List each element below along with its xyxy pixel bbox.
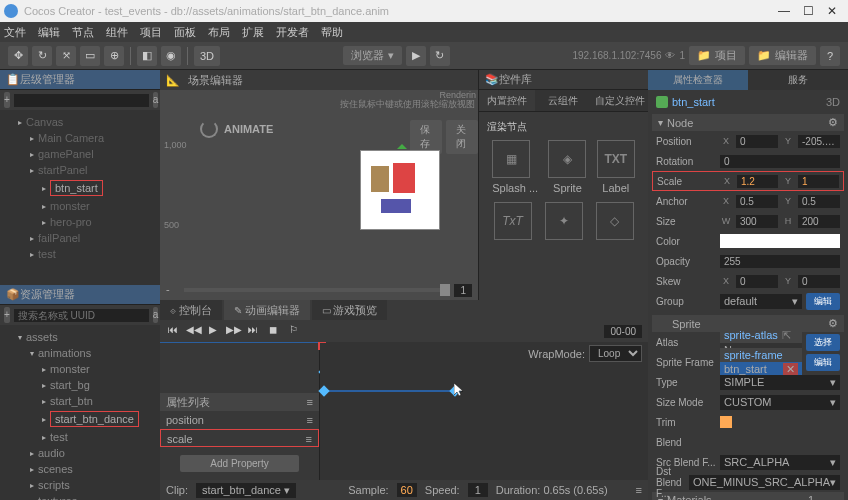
2d-button[interactable]: 3D [194, 46, 220, 66]
speed-input[interactable]: 1 [468, 483, 488, 497]
node-active-checkbox[interactable] [656, 96, 668, 108]
tl-play-button[interactable]: ▶ [206, 324, 220, 338]
editor-button[interactable]: 📁 编辑器 [749, 46, 816, 65]
asset-item[interactable]: ▸ test [0, 429, 160, 445]
add-property-button[interactable]: Add Property [180, 455, 299, 472]
scale-y-input[interactable]: 1 [798, 175, 839, 188]
menu-layout[interactable]: 布局 [208, 25, 230, 40]
tiledmap-component[interactable]: ◇ [596, 202, 634, 244]
prop-scale[interactable]: scale≡ [160, 429, 319, 447]
project-button[interactable]: 📁 项目 [689, 46, 745, 65]
sprite-component[interactable]: ◈Sprite [548, 140, 586, 194]
menu-developer[interactable]: 开发者 [276, 25, 309, 40]
position-y-input[interactable]: -205.948 [798, 135, 840, 148]
gear-icon[interactable]: ⚙ [828, 317, 838, 330]
tl-prev-button[interactable]: ◀◀ [186, 324, 200, 338]
asset-item[interactable]: ▸ audio [0, 445, 160, 461]
sample-input[interactable]: 60 [397, 483, 417, 497]
particle-component[interactable]: ✦ [545, 202, 583, 244]
tl-next-button[interactable]: ▶▶ [226, 324, 240, 338]
asset-item[interactable]: ▸ start_btn [0, 393, 160, 409]
asset-item[interactable]: ▸ scenes [0, 461, 160, 477]
hierarchy-item[interactable]: ▸ btn_start [0, 178, 160, 198]
asset-item[interactable]: ▾ assets [0, 329, 160, 345]
menu-edit[interactable]: 编辑 [38, 25, 60, 40]
move-tool-button[interactable]: ✥ [8, 46, 28, 66]
custom-tab[interactable]: 自定义控件 [592, 90, 648, 111]
asset-item[interactable]: ▸ scripts [0, 477, 160, 493]
label-component[interactable]: TXTLabel [597, 140, 635, 194]
hierarchy-item[interactable]: ▸ failPanel [0, 230, 160, 246]
rotate-tool-button[interactable]: ↻ [32, 46, 52, 66]
menu-project[interactable]: 项目 [140, 25, 162, 40]
gear-icon[interactable]: ⚙ [828, 116, 838, 129]
materials-section[interactable]: ▾ Materials1 [652, 492, 844, 500]
hierarchy-item[interactable]: ▸ startPanel [0, 162, 160, 178]
minimize-button[interactable]: — [772, 4, 796, 18]
position-x-input[interactable]: 0 [736, 135, 778, 148]
opacity-input[interactable]: 255 [720, 255, 840, 268]
hierarchy-filter-button[interactable]: a [153, 92, 159, 108]
scale-tool-button[interactable]: ⤧ [56, 46, 76, 66]
scale-track[interactable] [320, 381, 648, 401]
prop-position[interactable]: position≡ [160, 411, 319, 429]
close-anim-button[interactable]: 关闭 [446, 120, 478, 154]
zoom-slider[interactable] [184, 288, 450, 292]
preview-target-dropdown[interactable]: 浏览器 ▾ [343, 46, 402, 65]
hierarchy-add-button[interactable]: + [4, 92, 10, 108]
assets-add-button[interactable]: + [4, 307, 10, 323]
maximize-button[interactable]: ☐ [796, 4, 820, 18]
group-select[interactable]: default▾ [720, 294, 802, 309]
trim-checkbox[interactable] [720, 416, 732, 428]
services-tab[interactable]: 服务 [748, 70, 848, 90]
menu-panel[interactable]: 面板 [174, 25, 196, 40]
menu-file[interactable]: 文件 [4, 25, 26, 40]
skew-y-input[interactable]: 0 [798, 275, 840, 288]
anchor-y-input[interactable]: 0.5 [798, 195, 840, 208]
hierarchy-item[interactable]: ▸ hero-pro [0, 214, 160, 230]
width-input[interactable]: 300 [736, 215, 778, 228]
close-button[interactable]: ✕ [820, 4, 844, 18]
atlas-select-button[interactable]: 选择 [806, 334, 840, 351]
inspector-tab[interactable]: 属性检查器 [648, 70, 748, 90]
animation-editor-tab[interactable]: ✎ 动画编辑器 [224, 300, 310, 320]
rect-tool-button[interactable]: ▭ [80, 46, 100, 66]
group-edit-button[interactable]: 编辑 [806, 293, 840, 310]
save-anim-button[interactable]: 保存 [410, 120, 442, 154]
wrapmode-select[interactable]: Loop [589, 345, 642, 362]
richtext-component[interactable]: TxT [494, 202, 532, 244]
builtin-tab[interactable]: 内置控件 [479, 90, 535, 111]
hierarchy-item[interactable]: ▸ test [0, 246, 160, 262]
tl-event-button[interactable]: ⚐ [286, 324, 300, 338]
game-preview-tab[interactable]: ▭ 游戏预览 [312, 300, 388, 320]
node-section[interactable]: ▾ Node⚙ [652, 114, 844, 131]
anchor-x-input[interactable]: 0.5 [736, 195, 778, 208]
rotation-input[interactable]: 0 [720, 155, 840, 168]
sprite-preview[interactable] [360, 150, 440, 230]
height-input[interactable]: 200 [798, 215, 840, 228]
scale-x-input[interactable]: 1.2 [737, 175, 778, 188]
hierarchy-search-input[interactable] [14, 94, 149, 107]
cloud-tab[interactable]: 云组件 [535, 90, 591, 111]
3d-toggle[interactable]: 3D [826, 96, 840, 108]
help-button[interactable]: ? [820, 46, 840, 66]
menu-icon[interactable]: ≡ [307, 393, 313, 411]
asset-item[interactable]: ▸ monster [0, 361, 160, 377]
hierarchy-item[interactable]: ▸ gamePanel [0, 146, 160, 162]
zoom-out-button[interactable]: - [166, 283, 180, 297]
keyframe[interactable] [318, 385, 329, 396]
assets-filter-button[interactable]: a [153, 307, 159, 323]
asset-item[interactable]: ▸ start_btn_dance [0, 409, 160, 429]
menu-node[interactable]: 节点 [72, 25, 94, 40]
tl-stop-button[interactable]: ◼ [266, 324, 280, 338]
menu-help[interactable]: 帮助 [321, 25, 343, 40]
menu-component[interactable]: 组件 [106, 25, 128, 40]
dstblend-select[interactable]: ONE_MINUS_SRC_ALPHA▾ [689, 475, 840, 490]
anchor-tool-button[interactable]: ⊕ [104, 46, 124, 66]
hierarchy-item[interactable]: ▸ Canvas [0, 114, 160, 130]
scene-tab[interactable]: 场景编辑器 [188, 73, 243, 88]
sizemode-select[interactable]: CUSTOM▾ [720, 395, 840, 410]
skew-x-input[interactable]: 0 [736, 275, 778, 288]
keyframe[interactable] [450, 385, 461, 396]
type-select[interactable]: SIMPLE▾ [720, 375, 840, 390]
